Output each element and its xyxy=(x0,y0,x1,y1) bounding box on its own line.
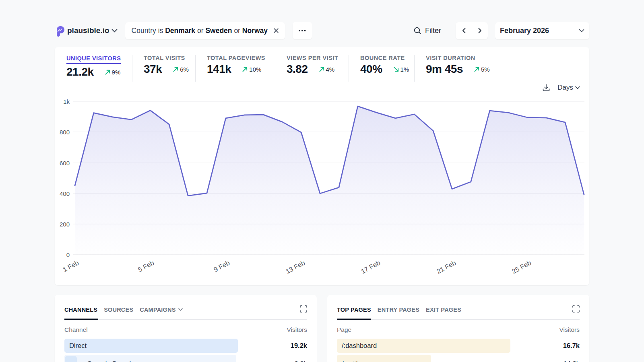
svg-text:400: 400 xyxy=(60,190,70,197)
svg-text:21 Feb: 21 Feb xyxy=(436,259,457,275)
svg-text:1 Feb: 1 Feb xyxy=(62,259,80,274)
svg-text:9 Feb: 9 Feb xyxy=(213,259,231,274)
svg-text:13 Feb: 13 Feb xyxy=(285,259,306,275)
svg-text:200: 200 xyxy=(60,221,70,228)
svg-text:600: 600 xyxy=(60,160,70,167)
svg-text:25 Feb: 25 Feb xyxy=(511,259,533,275)
svg-text:1k: 1k xyxy=(63,98,70,105)
svg-text:0: 0 xyxy=(66,251,70,258)
svg-text:800: 800 xyxy=(60,129,70,136)
svg-text:5 Feb: 5 Feb xyxy=(137,259,155,274)
svg-text:17 Feb: 17 Feb xyxy=(360,259,382,275)
